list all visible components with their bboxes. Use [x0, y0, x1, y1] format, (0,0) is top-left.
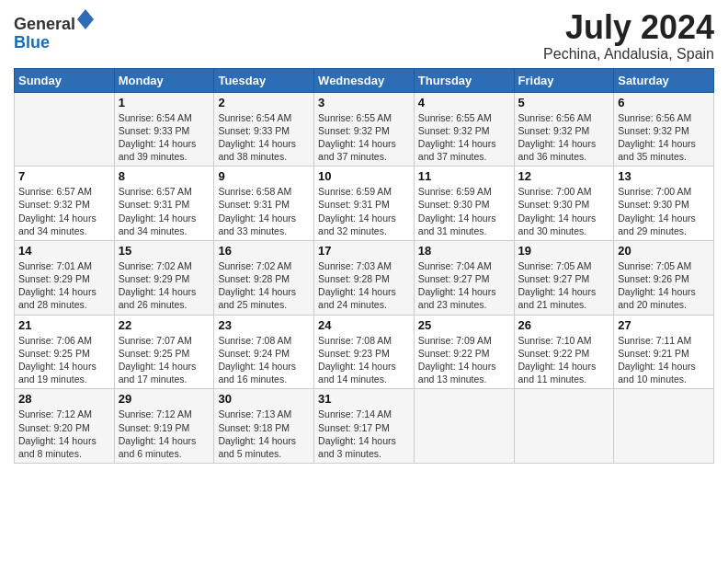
location-title: Pechina, Andalusia, Spain	[543, 46, 714, 63]
calendar-cell: 26Sunrise: 7:10 AMSunset: 9:22 PMDayligh…	[514, 315, 614, 389]
date-number: 1	[119, 96, 210, 109]
calendar-cell: 7Sunrise: 6:57 AMSunset: 9:32 PMDaylight…	[15, 167, 115, 241]
cell-info: Sunrise: 6:58 AMSunset: 9:31 PMDaylight:…	[218, 185, 310, 237]
cell-info: Sunrise: 6:54 AMSunset: 9:33 PMDaylight:…	[218, 111, 310, 164]
date-number: 5	[518, 96, 610, 109]
calendar-cell: 5Sunrise: 6:56 AMSunset: 9:32 PMDaylight…	[514, 92, 614, 167]
cell-info: Sunrise: 7:01 AMSunset: 9:29 PMDaylight:…	[18, 259, 110, 312]
month-title: July 2024	[543, 9, 714, 46]
logo-line1: General	[14, 9, 94, 34]
calendar-cell: 14Sunrise: 7:01 AMSunset: 9:29 PMDayligh…	[15, 240, 115, 315]
page-container: General Blue July 2024 Pechina, Andalusi…	[0, 0, 728, 473]
cell-info: Sunrise: 6:55 AMSunset: 9:32 PMDaylight:…	[318, 111, 410, 164]
date-number: 20	[618, 244, 710, 258]
date-number: 30	[218, 392, 310, 406]
cell-info: Sunrise: 7:12 AMSunset: 9:20 PMDaylight:…	[18, 408, 110, 460]
cell-info: Sunrise: 6:56 AMSunset: 9:32 PMDaylight:…	[518, 111, 610, 164]
cell-info: Sunrise: 7:05 AMSunset: 9:26 PMDaylight:…	[618, 259, 710, 312]
date-number: 7	[18, 169, 110, 183]
date-number: 3	[318, 96, 410, 109]
date-number: 8	[119, 169, 210, 183]
date-number: 4	[418, 96, 510, 109]
calendar-cell: 4Sunrise: 6:55 AMSunset: 9:32 PMDaylight…	[414, 92, 514, 167]
date-number: 24	[318, 318, 410, 332]
calendar-cell: 10Sunrise: 6:59 AMSunset: 9:31 PMDayligh…	[314, 167, 415, 241]
date-number: 27	[618, 318, 710, 332]
cell-info: Sunrise: 7:05 AMSunset: 9:27 PMDaylight:…	[518, 259, 610, 312]
date-number: 19	[518, 244, 610, 258]
date-number: 14	[18, 244, 110, 258]
cell-info: Sunrise: 7:09 AMSunset: 9:22 PMDaylight:…	[418, 334, 510, 386]
calendar-cell	[614, 389, 714, 464]
date-number: 26	[518, 318, 610, 332]
logo-text-block: General Blue	[14, 9, 94, 52]
logo: General Blue	[14, 9, 94, 52]
logo-general: General	[14, 15, 75, 33]
date-number: 18	[418, 244, 510, 258]
cell-info: Sunrise: 6:59 AMSunset: 9:31 PMDaylight:…	[318, 185, 410, 237]
header: General Blue July 2024 Pechina, Andalusi…	[14, 9, 714, 63]
cell-info: Sunrise: 7:03 AMSunset: 9:28 PMDaylight:…	[318, 259, 410, 312]
calendar-cell: 25Sunrise: 7:09 AMSunset: 9:22 PMDayligh…	[414, 315, 514, 389]
weekday-header-monday: Monday	[114, 68, 214, 92]
calendar-cell: 22Sunrise: 7:07 AMSunset: 9:25 PMDayligh…	[114, 315, 214, 389]
cell-info: Sunrise: 6:57 AMSunset: 9:32 PMDaylight:…	[18, 185, 110, 237]
calendar-cell: 19Sunrise: 7:05 AMSunset: 9:27 PMDayligh…	[514, 240, 614, 315]
calendar-cell	[414, 389, 514, 464]
cell-info: Sunrise: 7:06 AMSunset: 9:25 PMDaylight:…	[18, 334, 110, 386]
calendar-cell: 29Sunrise: 7:12 AMSunset: 9:19 PMDayligh…	[114, 389, 214, 464]
calendar-cell	[514, 389, 614, 464]
weekday-header-friday: Friday	[514, 68, 614, 92]
weekday-header-sunday: Sunday	[15, 68, 115, 92]
cell-info: Sunrise: 6:56 AMSunset: 9:32 PMDaylight:…	[618, 111, 710, 164]
date-number: 9	[218, 169, 310, 183]
date-number: 29	[119, 392, 210, 406]
date-number: 17	[318, 244, 410, 258]
cell-info: Sunrise: 7:00 AMSunset: 9:30 PMDaylight:…	[618, 185, 710, 237]
date-number: 31	[318, 392, 410, 406]
weekday-header-wednesday: Wednesday	[314, 68, 415, 92]
calendar-cell: 18Sunrise: 7:04 AMSunset: 9:27 PMDayligh…	[414, 240, 514, 315]
date-number: 12	[518, 169, 610, 183]
date-number: 11	[418, 169, 510, 183]
calendar-cell: 9Sunrise: 6:58 AMSunset: 9:31 PMDaylight…	[214, 167, 314, 241]
date-number: 21	[18, 318, 110, 332]
calendar-cell: 17Sunrise: 7:03 AMSunset: 9:28 PMDayligh…	[314, 240, 415, 315]
calendar-cell: 1Sunrise: 6:54 AMSunset: 9:33 PMDaylight…	[114, 92, 214, 167]
cell-info: Sunrise: 7:14 AMSunset: 9:17 PMDaylight:…	[318, 408, 410, 460]
date-number: 25	[418, 318, 510, 332]
logo-blue: Blue	[14, 33, 50, 52]
date-number: 10	[318, 169, 410, 183]
weekday-header-row: SundayMondayTuesdayWednesdayThursdayFrid…	[15, 68, 714, 92]
weekday-header-thursday: Thursday	[414, 68, 514, 92]
calendar-cell	[15, 92, 115, 167]
calendar-cell: 24Sunrise: 7:08 AMSunset: 9:23 PMDayligh…	[314, 315, 415, 389]
cell-info: Sunrise: 7:00 AMSunset: 9:30 PMDaylight:…	[518, 185, 610, 237]
cell-info: Sunrise: 7:08 AMSunset: 9:24 PMDaylight:…	[218, 334, 310, 386]
date-number: 2	[218, 96, 310, 109]
date-number: 16	[218, 244, 310, 258]
calendar-cell: 13Sunrise: 7:00 AMSunset: 9:30 PMDayligh…	[614, 167, 714, 241]
calendar-cell: 28Sunrise: 7:12 AMSunset: 9:20 PMDayligh…	[15, 389, 115, 464]
calendar-cell: 23Sunrise: 7:08 AMSunset: 9:24 PMDayligh…	[214, 315, 314, 389]
calendar-cell: 16Sunrise: 7:02 AMSunset: 9:28 PMDayligh…	[214, 240, 314, 315]
cell-info: Sunrise: 7:07 AMSunset: 9:25 PMDaylight:…	[119, 334, 210, 386]
cell-info: Sunrise: 6:57 AMSunset: 9:31 PMDaylight:…	[119, 185, 210, 237]
date-number: 28	[18, 392, 110, 406]
calendar-cell: 27Sunrise: 7:11 AMSunset: 9:21 PMDayligh…	[614, 315, 714, 389]
date-number: 13	[618, 169, 710, 183]
calendar-cell: 8Sunrise: 6:57 AMSunset: 9:31 PMDaylight…	[114, 167, 214, 241]
cell-info: Sunrise: 7:13 AMSunset: 9:18 PMDaylight:…	[218, 408, 310, 460]
cell-info: Sunrise: 7:08 AMSunset: 9:23 PMDaylight:…	[318, 334, 410, 386]
date-number: 15	[119, 244, 210, 258]
cell-info: Sunrise: 6:59 AMSunset: 9:30 PMDaylight:…	[418, 185, 510, 237]
cell-info: Sunrise: 7:10 AMSunset: 9:22 PMDaylight:…	[518, 334, 610, 386]
week-row-4: 21Sunrise: 7:06 AMSunset: 9:25 PMDayligh…	[15, 315, 714, 389]
cell-info: Sunrise: 7:04 AMSunset: 9:27 PMDaylight:…	[418, 259, 510, 312]
weekday-header-tuesday: Tuesday	[214, 68, 314, 92]
logo-icon	[77, 9, 94, 29]
calendar-cell: 2Sunrise: 6:54 AMSunset: 9:33 PMDaylight…	[214, 92, 314, 167]
calendar-cell: 15Sunrise: 7:02 AMSunset: 9:29 PMDayligh…	[114, 240, 214, 315]
calendar-cell: 20Sunrise: 7:05 AMSunset: 9:26 PMDayligh…	[614, 240, 714, 315]
calendar-cell: 21Sunrise: 7:06 AMSunset: 9:25 PMDayligh…	[15, 315, 115, 389]
